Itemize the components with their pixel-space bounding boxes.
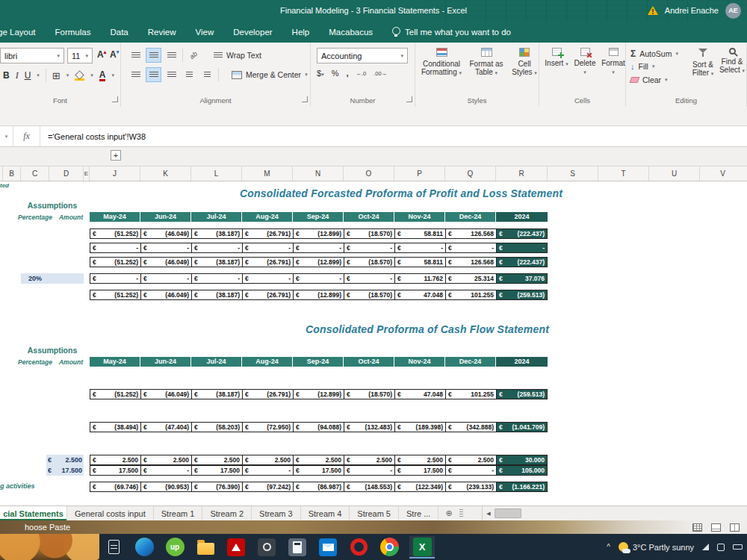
battery-icon[interactable]	[733, 544, 743, 550]
grid-cell[interactable]: €(46.049)	[140, 389, 191, 399]
grid-cell[interactable]: €(132.483)	[344, 422, 394, 432]
column-header-o[interactable]: O	[344, 167, 394, 181]
expand-group-button[interactable]: +	[111, 150, 121, 161]
conditional-formatting-button[interactable]: Conditional Formatting ▾	[420, 48, 463, 77]
cf-amount-label[interactable]: Amount	[59, 358, 83, 366]
grid-cell[interactable]: €(51.252)	[90, 228, 140, 239]
number-dialog-launcher[interactable]	[406, 96, 412, 102]
chevron-down-icon[interactable]: ▾	[66, 72, 69, 78]
font-name-combo[interactable]: libri▾	[0, 48, 64, 63]
grid-cell[interactable]: €(122.349)	[394, 482, 445, 492]
column-header-c[interactable]: C	[21, 167, 49, 181]
weather-widget[interactable]: 3°C Partly sunny	[619, 542, 694, 552]
edge-browser-icon[interactable]	[134, 536, 155, 559]
ribbon-tab-help[interactable]: Help	[282, 21, 320, 43]
grid-cell[interactable]: €-	[394, 243, 445, 253]
grid-cell[interactable]: €(239.133)	[445, 482, 496, 492]
grid-cell[interactable]: €(189.398)	[394, 422, 445, 432]
pl-amount-label[interactable]: Amount	[59, 214, 83, 221]
year-header-cell[interactable]: 2024	[496, 212, 548, 222]
month-header-cell[interactable]: Oct-24	[344, 357, 394, 367]
number-format-combo[interactable]: Accounting▾	[317, 48, 408, 63]
grid-cell[interactable]: €-	[242, 465, 293, 476]
find-select-button[interactable]: Find & Select ▾	[719, 48, 746, 75]
grid-cell[interactable]: €-	[445, 465, 496, 476]
file-explorer-icon[interactable]	[195, 536, 216, 559]
sheet-tab-stream-2[interactable]: Stream 2	[202, 506, 252, 520]
assumption-17500-cell[interactable]: €17.500	[46, 465, 84, 476]
grid-cell[interactable]: €2.500	[293, 455, 344, 465]
grid-cell[interactable]: €(46.049)	[140, 228, 191, 239]
chevron-down-icon[interactable]: ▾	[90, 72, 93, 78]
sheet-tab-stream-3[interactable]: Stream 3	[252, 506, 301, 520]
ribbon-tab-view[interactable]: View	[185, 21, 223, 43]
align-left-button[interactable]	[128, 68, 143, 81]
font-size-combo[interactable]: 11▾	[67, 48, 93, 63]
grid-cell[interactable]: €(18.570)	[344, 228, 394, 239]
grid-cell[interactable]: €(38.187)	[191, 257, 242, 267]
add-sheet-button[interactable]: ⊕	[445, 508, 452, 518]
page-layout-view-icon[interactable]	[711, 523, 721, 532]
assumption-2500-cell[interactable]: €2.500	[46, 455, 84, 465]
grid-cell[interactable]: €(12.899)	[293, 290, 344, 300]
alignment-dialog-launcher[interactable]	[302, 96, 308, 102]
month-header-cell[interactable]: Aug-24	[242, 212, 293, 222]
grid-cell[interactable]: €-	[191, 273, 242, 284]
grid-cell[interactable]: €(18.570)	[344, 389, 394, 399]
grid-cell[interactable]: €-	[344, 243, 394, 253]
grid-cell-total[interactable]: €-	[496, 243, 548, 253]
normal-view-icon[interactable]	[692, 523, 702, 532]
grow-font-button[interactable]: A▴	[97, 49, 106, 60]
grid-cell-total[interactable]: €105.000	[496, 465, 548, 476]
insert-cells-button[interactable]: Insert ▾	[544, 48, 569, 68]
mail-app-icon[interactable]	[317, 536, 338, 559]
grid-cell-total[interactable]: €37.076	[496, 273, 548, 284]
grid-cell[interactable]: €(38.187)	[191, 389, 242, 399]
hidden-icons-chevron[interactable]: ^	[607, 543, 610, 551]
grid-cell-total[interactable]: €(259.513)	[496, 389, 548, 399]
merge-center-button[interactable]: Merge & Center▾	[232, 70, 308, 79]
excel-taskbar-icon[interactable]: X	[409, 536, 435, 559]
grid-cell-total[interactable]: €(1.041.709)	[496, 422, 548, 432]
align-right-button[interactable]	[164, 68, 179, 81]
chevron-down-icon[interactable]: ▾	[111, 72, 114, 78]
sheet-tab-stream-1[interactable]: Stream 1	[154, 506, 203, 520]
calculator-app-icon[interactable]	[287, 536, 308, 559]
grid-cell[interactable]: €-	[191, 243, 242, 253]
grid-cell[interactable]: €(46.049)	[140, 257, 191, 267]
month-header-cell[interactable]: Dec-24	[445, 357, 496, 367]
grid-cell[interactable]: €2.500	[191, 455, 242, 465]
column-header-b[interactable]: B	[3, 167, 21, 181]
orientation-button[interactable]: ab	[187, 49, 201, 62]
grid-cell[interactable]: €(51.252)	[90, 257, 140, 267]
dark-app-icon[interactable]	[256, 536, 277, 559]
column-header-p[interactable]: P	[394, 167, 445, 181]
column-header-l[interactable]: L	[191, 167, 242, 181]
ribbon-tab-formulas[interactable]: Formulas	[46, 21, 101, 43]
grid-cell[interactable]: €(76.390)	[191, 482, 242, 492]
align-bottom-button[interactable]	[164, 49, 179, 62]
grid-cell[interactable]: €(94.088)	[293, 422, 344, 432]
network-icon[interactable]	[702, 544, 709, 550]
grid-cell-total[interactable]: €(1.166.221)	[496, 482, 548, 492]
sheet-tab-financial-statements[interactable]: cial Statements	[0, 506, 67, 520]
grid-cell[interactable]: €-	[90, 273, 140, 284]
grid-cell-total[interactable]: €(222.437)	[496, 257, 548, 267]
column-header-m[interactable]: M	[242, 167, 293, 181]
opera-browser-icon[interactable]	[348, 536, 369, 559]
month-header-cell[interactable]: Sep-24	[293, 357, 344, 367]
month-header-cell[interactable]: May-24	[90, 357, 140, 367]
month-header-cell[interactable]: Aug-24	[242, 357, 293, 367]
grid-cell[interactable]: €(72.950)	[242, 422, 293, 432]
format-cells-button[interactable]: Format ▾	[601, 48, 626, 76]
grid-cell[interactable]: €2.500	[140, 455, 191, 465]
decrease-indent-button[interactable]	[182, 68, 196, 81]
fill-color-button[interactable]	[75, 71, 84, 81]
sort-filter-button[interactable]: Sort & Filter ▾	[689, 48, 717, 78]
grid-cell[interactable]: €17.500	[191, 465, 242, 476]
month-header-cell[interactable]: Jul-24	[191, 212, 242, 222]
pl-assumptions-label[interactable]: Assumptions	[28, 201, 78, 210]
grid-cell[interactable]: €(47.404)	[140, 422, 191, 432]
chrome-browser-icon[interactable]	[379, 536, 400, 559]
grid-cell[interactable]: €25.314	[445, 273, 496, 284]
